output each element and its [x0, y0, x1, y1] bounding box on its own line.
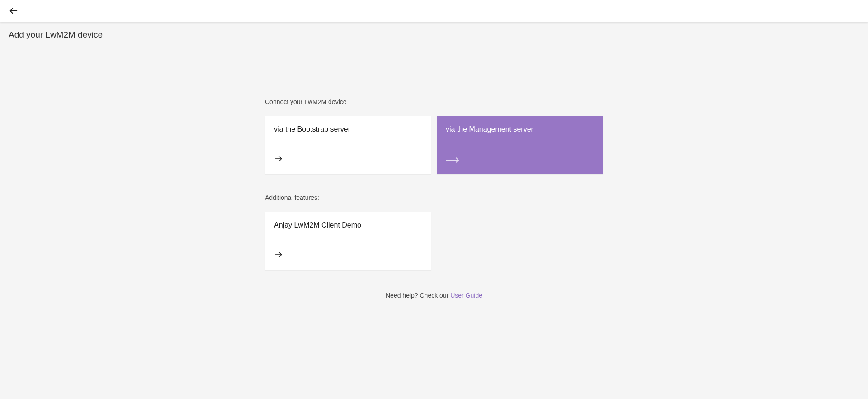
card-title: via the Management server	[446, 125, 594, 133]
card-title: Anjay LwM2M Client Demo	[274, 221, 422, 229]
card-anjay-demo[interactable]: Anjay LwM2M Client Demo	[265, 212, 431, 270]
content-area: Connect your LwM2M device via the Bootst…	[265, 48, 603, 299]
arrow-right-icon	[274, 154, 422, 165]
user-guide-link[interactable]: User Guide	[450, 292, 482, 299]
connect-card-grid: via the Bootstrap server via the Managem…	[265, 116, 603, 174]
additional-section-label: Additional features:	[265, 194, 603, 201]
arrow-right-long-icon	[446, 157, 594, 165]
help-text: Need help? Check our User Guide	[265, 292, 603, 299]
card-management-server[interactable]: via the Management server	[437, 116, 603, 174]
page-title: Add your LwM2M device	[9, 22, 859, 48]
help-prefix: Need help? Check our	[386, 292, 450, 299]
arrow-left-icon	[9, 6, 19, 16]
top-bar	[0, 0, 868, 22]
page-container: Add your LwM2M device Connect your LwM2M…	[0, 22, 868, 299]
arrow-right-icon	[274, 250, 422, 261]
back-button[interactable]	[8, 5, 19, 16]
card-title: via the Bootstrap server	[274, 125, 422, 133]
card-bootstrap-server[interactable]: via the Bootstrap server	[265, 116, 431, 174]
additional-card-grid: Anjay LwM2M Client Demo	[265, 212, 603, 270]
connect-section-label: Connect your LwM2M device	[265, 98, 603, 105]
